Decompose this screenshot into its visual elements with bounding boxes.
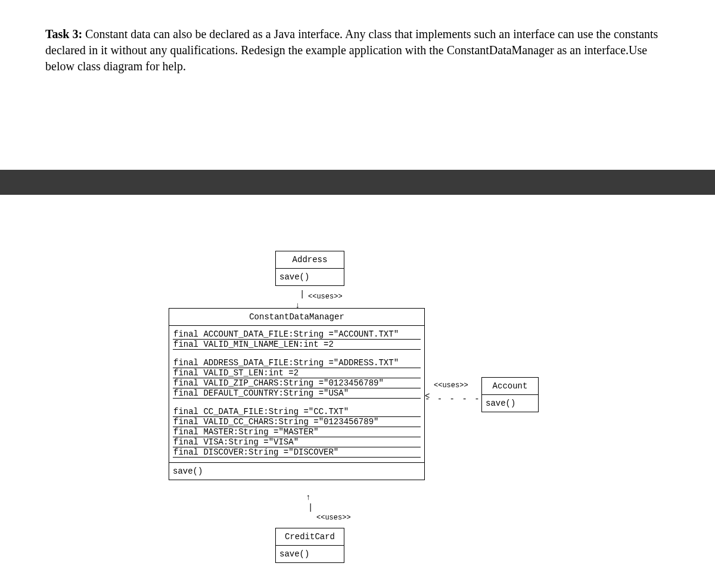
uses-label: <<uses>> <box>307 293 344 301</box>
class-attributes: final ACCOUNT_DATA_FILE:String ="ACCOUNT… <box>169 326 424 462</box>
uml-class-address: Address save() <box>275 251 344 286</box>
class-name: Account <box>482 378 538 395</box>
arrow-up-icon: ↑ <box>306 493 310 502</box>
attr: final DISCOVER:String ="DISCOVER" <box>173 447 421 458</box>
task-label: Task 3: <box>45 27 82 41</box>
attr: final MASTER:String ="MASTER" <box>173 427 421 437</box>
dashed-connector: - - - - - <box>425 394 481 404</box>
attr: final VISA:String ="VISA" <box>173 437 421 447</box>
class-name: Address <box>276 251 344 269</box>
uml-class-account: Account save() <box>481 377 539 412</box>
class-name: CreditCard <box>276 528 344 546</box>
class-method: save() <box>169 462 424 480</box>
attr: final DEFAULT_COUNTRY:String ="USA" <box>173 388 421 399</box>
uses-label: <<uses>> <box>433 381 470 390</box>
task-paragraph: Task 3: Constant data can also be declar… <box>45 26 670 74</box>
uml-class-constantdatamanager: ConstantDataManager final ACCOUNT_DATA_F… <box>169 308 425 480</box>
attr: final ADDRESS_DATA_FILE:String ="ADDRESS… <box>173 358 421 368</box>
attr: final VALID_CC_CHARS:String ="0123456789… <box>173 417 421 427</box>
task-header: Task 3: Constant data can also be declar… <box>0 0 715 74</box>
attr: final VALID_ZIP_CHARS:String ="012345678… <box>173 378 421 388</box>
class-name: ConstantDataManager <box>169 309 424 326</box>
attr: final ACCOUNT_DATA_FILE:String ="ACCOUNT… <box>173 329 421 340</box>
uml-diagram: Address save() | <<uses>> ↓ ConstantData… <box>0 195 715 576</box>
class-method: save() <box>482 395 538 412</box>
uml-class-creditcard: CreditCard save() <box>275 528 344 563</box>
connector-pipe: | <box>308 503 313 512</box>
task-body: Constant data can also be declared as a … <box>45 27 658 73</box>
separator-bar <box>0 170 715 195</box>
connector-pipe: | <box>300 290 304 299</box>
class-method: save() <box>276 546 344 562</box>
uses-label: <<uses>> <box>315 514 352 522</box>
attr: final VALID_ST_LEN:int =2 <box>173 368 421 378</box>
attr: final VALID_MIN_LNAME_LEN:int =2 <box>173 340 421 350</box>
class-method: save() <box>276 269 344 285</box>
attr: final CC_DATA_FILE:String ="CC.TXT" <box>173 407 421 417</box>
